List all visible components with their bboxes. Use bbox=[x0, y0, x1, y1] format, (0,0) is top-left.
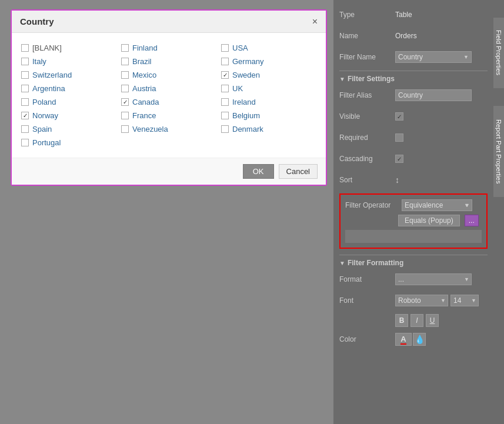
filter-name-select[interactable]: Country bbox=[395, 51, 472, 63]
list-item[interactable]: [BLANK] bbox=[20, 41, 118, 55]
filter-name-label: Filter Name bbox=[339, 53, 395, 61]
filter-operator-select[interactable]: Equivalence Range Multiple Values bbox=[402, 199, 472, 211]
country-checkbox-blank[interactable] bbox=[21, 44, 29, 52]
list-item[interactable]: Poland bbox=[20, 95, 118, 109]
required-checkbox[interactable] bbox=[395, 133, 403, 142]
country-checkbox-italy[interactable] bbox=[21, 58, 29, 65]
ellipsis-button[interactable]: ... bbox=[465, 215, 479, 226]
list-item[interactable]: Finland bbox=[120, 41, 218, 55]
list-item[interactable]: Switzerland bbox=[20, 68, 118, 82]
country-name: Ireland bbox=[232, 98, 256, 106]
country-checkbox-canada[interactable] bbox=[121, 98, 129, 106]
country-name: Switzerland bbox=[32, 71, 72, 79]
list-item[interactable]: Canada bbox=[120, 95, 218, 109]
country-name: Italy bbox=[32, 57, 46, 66]
ok-button[interactable]: OK bbox=[243, 164, 274, 179]
font-select[interactable]: Roboto bbox=[395, 295, 448, 306]
list-item[interactable]: Mexico bbox=[120, 68, 218, 82]
field-properties-tab[interactable]: Field Properties bbox=[493, 18, 504, 88]
bold-button[interactable]: B bbox=[395, 314, 408, 327]
type-value: Table bbox=[395, 11, 412, 19]
list-item[interactable]: Sweden bbox=[220, 68, 318, 82]
country-checkbox-norway[interactable] bbox=[21, 112, 29, 119]
list-item[interactable]: Denmark bbox=[220, 122, 318, 136]
country-name: Germany bbox=[232, 57, 263, 66]
color-a-button[interactable]: A bbox=[395, 333, 412, 346]
list-item[interactable]: Venezuela bbox=[120, 122, 218, 136]
list-item[interactable]: Belgium bbox=[220, 109, 318, 122]
required-row: Required bbox=[339, 130, 488, 145]
country-checkbox-germany[interactable] bbox=[221, 58, 229, 65]
country-checkbox-ireland[interactable] bbox=[221, 98, 229, 106]
underline-button[interactable]: U bbox=[426, 314, 439, 327]
country-checkbox-austria[interactable] bbox=[121, 85, 129, 92]
country-name: Canada bbox=[132, 98, 159, 106]
visible-label: Visible bbox=[339, 112, 395, 121]
country-checkbox-sweden[interactable] bbox=[221, 71, 229, 79]
list-item[interactable]: Brazil bbox=[120, 55, 218, 68]
country-checkbox-denmark[interactable] bbox=[221, 125, 229, 133]
modal-close-button[interactable]: × bbox=[312, 17, 318, 26]
type-label: Type bbox=[339, 11, 395, 19]
country-checkbox-portugal[interactable] bbox=[21, 139, 29, 146]
country-name: Argentina bbox=[32, 84, 65, 93]
font-row: Font Roboto ▼ 14 ▼ bbox=[339, 293, 488, 308]
country-checkbox-brazil[interactable] bbox=[121, 58, 129, 65]
sort-icon[interactable]: ↕ bbox=[395, 175, 399, 185]
country-name: Portugal bbox=[32, 138, 61, 147]
modal-footer: OK Cancel bbox=[12, 158, 326, 185]
list-item[interactable]: Italy bbox=[20, 55, 118, 68]
filter-operator-label: Filter Operator bbox=[345, 201, 398, 209]
list-item[interactable]: Ireland bbox=[220, 95, 318, 109]
filter-operator-section: Filter Operator Equivalence Range Multip… bbox=[339, 193, 488, 249]
name-value: Orders bbox=[395, 32, 417, 40]
country-checkbox-spain[interactable] bbox=[21, 125, 29, 133]
country-checkbox-venezuela[interactable] bbox=[121, 125, 129, 133]
font-size-select[interactable]: 14 bbox=[450, 295, 479, 306]
country-name: Finland bbox=[132, 44, 158, 52]
country-col-1: [BLANK] Italy Switzerland Argentina Pola… bbox=[20, 41, 118, 149]
country-checkbox-uk[interactable] bbox=[221, 85, 229, 92]
color-drop-button[interactable]: 💧 bbox=[413, 333, 426, 346]
country-name: Belgium bbox=[232, 111, 260, 120]
filter-name-row: Filter Name Country bbox=[339, 49, 488, 65]
filter-settings-arrow: ▼ bbox=[339, 76, 345, 82]
color-label: Color bbox=[339, 335, 395, 343]
country-checkbox-mexico[interactable] bbox=[121, 71, 129, 79]
country-name: Brazil bbox=[132, 57, 152, 66]
equals-popup-button[interactable]: Equals (Popup) bbox=[398, 215, 460, 226]
filter-settings-header: ▼ Filter Settings bbox=[339, 75, 488, 83]
country-checkbox-switzerland[interactable] bbox=[21, 71, 29, 79]
list-item[interactable]: USA bbox=[220, 41, 318, 55]
cancel-button[interactable]: Cancel bbox=[279, 164, 318, 179]
list-item[interactable]: Portugal bbox=[20, 136, 118, 149]
cascading-checkbox[interactable] bbox=[395, 155, 403, 163]
country-checkbox-usa[interactable] bbox=[221, 44, 229, 52]
list-item[interactable]: Norway bbox=[20, 109, 118, 122]
country-checkbox-finland[interactable] bbox=[121, 44, 129, 52]
country-checkbox-belgium[interactable] bbox=[221, 112, 229, 119]
country-checkbox-france[interactable] bbox=[121, 112, 129, 119]
format-select[interactable]: ... bbox=[395, 273, 472, 285]
font-label: Font bbox=[339, 296, 395, 305]
modal-header: Country × bbox=[12, 11, 326, 33]
filter-operator-select-wrapper: Equivalence Range Multiple Values ▼ bbox=[402, 199, 472, 211]
list-item[interactable]: France bbox=[120, 109, 218, 122]
list-item[interactable]: Austria bbox=[120, 82, 218, 95]
list-item[interactable]: Spain bbox=[20, 122, 118, 136]
filter-alias-input[interactable] bbox=[395, 89, 472, 101]
list-item[interactable]: Germany bbox=[220, 55, 318, 68]
report-part-properties-tab[interactable]: Report Part Properties bbox=[493, 106, 504, 197]
country-name: France bbox=[132, 111, 156, 120]
country-modal: Country × [BLANK] Italy Switzerland Arge… bbox=[11, 9, 327, 186]
list-item[interactable]: Argentina bbox=[20, 82, 118, 95]
italic-button[interactable]: I bbox=[410, 314, 423, 327]
visible-checkbox[interactable] bbox=[395, 112, 403, 121]
country-checkbox-argentina[interactable] bbox=[21, 85, 29, 92]
country-name: Denmark bbox=[232, 125, 263, 133]
modal-body: [BLANK] Italy Switzerland Argentina Pola… bbox=[12, 33, 326, 158]
country-checkbox-poland[interactable] bbox=[21, 98, 29, 106]
country-name: Spain bbox=[32, 125, 52, 133]
country-name: Mexico bbox=[132, 71, 156, 79]
list-item[interactable]: UK bbox=[220, 82, 318, 95]
